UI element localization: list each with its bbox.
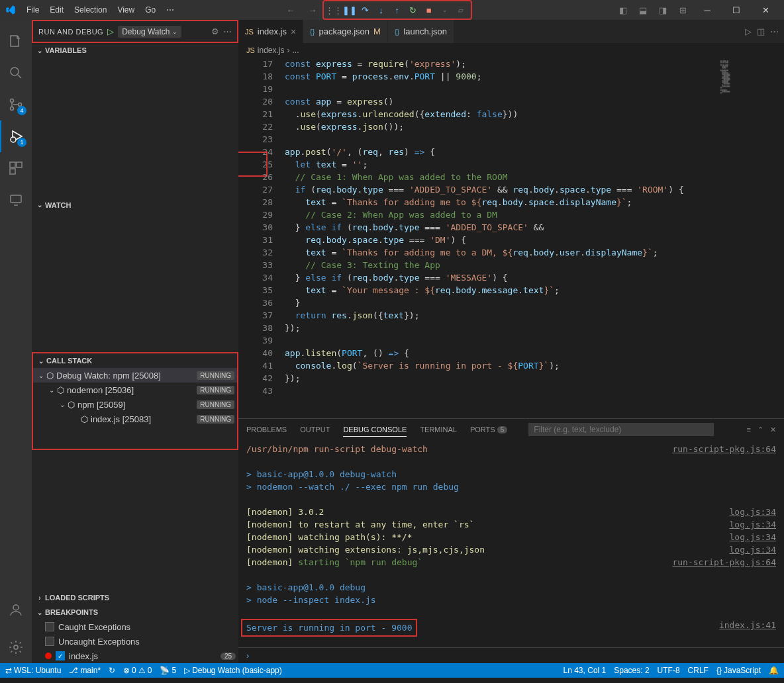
status-branch[interactable]: ⎇main* [69,666,101,675]
window-maximize-icon[interactable]: ☐ [723,0,750,20]
status-lang[interactable]: {} JavaScript [716,666,761,675]
callstack-row[interactable]: ⌄⬡Debug Watch: npm [25008]RUNNING [33,368,237,383]
debug-step-out-icon[interactable]: ↑ [390,3,405,17]
layout-panel-icon[interactable]: ⬓ [634,0,652,20]
tab-problems[interactable]: PROBLEMS [246,423,287,436]
menu-go[interactable]: Go [140,5,161,15]
status-spaces[interactable]: Spaces: 2 [614,666,649,675]
callstack-row[interactable]: ⌄⬡npm [25059]RUNNING [33,397,237,412]
callstack-row[interactable]: ⌄⬡nodemon [25036]RUNNING [33,383,237,397]
tab-launch-json[interactable]: {}launch.json [388,20,454,43]
gear-icon[interactable]: ⚙ [211,26,219,36]
more-icon[interactable]: ⋯ [223,26,232,36]
console-source-link[interactable]: log.js:34 [730,506,776,518]
tab-terminal[interactable]: TERMINAL [420,423,457,436]
svg-rect-9 [11,195,21,203]
debug-restart-icon[interactable]: ↻ [406,3,420,17]
status-errors[interactable]: ⊗0 ⚠0 [123,666,152,675]
bug-icon: ⬡ [57,385,64,395]
layout-customize-icon[interactable]: ⊞ [674,0,691,20]
tab-index-js[interactable]: JSindex.js× [238,20,303,43]
console-input[interactable]: › [238,647,784,663]
json-file-icon: {} [310,28,315,36]
status-remote[interactable]: ⇄WSL: Ubuntu [5,666,61,675]
debug-drag-icon[interactable]: ⋮⋮ [326,3,341,17]
activity-account[interactable] [0,594,32,626]
breakpoint-caught[interactable]: Caught Exceptions [32,619,238,634]
status-badge: RUNNING [197,371,234,380]
activity-scm[interactable]: 4 [0,89,32,120]
activity-bar: 4 1 [0,20,32,663]
close-icon[interactable]: × [291,26,296,37]
line-gutter[interactable]: 1718192021222324252627282930313233343536… [245,58,285,418]
window-minimize-icon[interactable]: ─ [694,0,720,20]
tab-output[interactable]: OUTPUT [300,423,330,436]
menu-file[interactable]: File [21,5,44,15]
console-source-link[interactable]: log.js:34 [730,531,776,543]
status-ports[interactable]: 📡5 [160,666,176,675]
status-notifications-icon[interactable]: 🔔 [769,666,779,675]
menu-edit[interactable]: Edit [44,5,69,15]
console-source-link[interactable]: run-script-pkg.js:64 [672,556,776,569]
checkbox-icon[interactable] [45,622,54,631]
loaded-scripts-section[interactable]: ›LOADED SCRIPTS [32,590,238,605]
panel-close-icon[interactable]: ✕ [770,426,776,434]
status-eol[interactable]: CRLF [688,666,709,675]
run-icon[interactable]: ▷ [745,26,752,36]
panel-settings-icon[interactable]: ≡ [747,426,751,434]
watch-section[interactable]: ⌄WATCH [32,198,238,212]
activity-remote[interactable] [0,184,32,216]
code-content[interactable]: const express = require('express');const… [285,58,718,418]
start-debug-icon[interactable]: ▷ [107,26,114,36]
console-source-link[interactable]: log.js:34 [730,518,776,531]
debug-dropdown-icon[interactable]: ⌄ [438,3,452,17]
layout-primary-icon[interactable]: ◧ [614,0,632,20]
activity-extensions[interactable] [0,152,32,184]
status-sync[interactable]: ↻ [109,666,115,675]
tab-ports[interactable]: PORTS 5 [470,423,507,436]
breakpoint-file[interactable]: ✓index.js25 [32,649,238,663]
breakpoint-uncaught[interactable]: Uncaught Exceptions [32,634,238,649]
debug-step-over-icon[interactable]: ↷ [358,3,373,17]
minimap[interactable]: ██ ████ ████ ██ ██████ ██ ████ ███████ █… [718,58,784,418]
activity-debug[interactable]: 1 [0,120,32,152]
checkbox-icon[interactable]: ✓ [56,651,65,660]
tab-package-json[interactable]: {}package.jsonM [303,20,388,43]
debug-stop-icon[interactable]: ■ [422,3,436,17]
activity-explorer[interactable] [0,25,32,57]
breadcrumb[interactable]: JS index.js › ... [238,43,784,58]
callstack-section[interactable]: ⌄CALL STACK [33,353,237,368]
menu-selection[interactable]: Selection [69,5,112,15]
console-line: [nodemon] watching path(s): **/*log.js:3… [246,531,776,543]
checkbox-icon[interactable] [45,637,54,646]
debug-console-output[interactable]: /usr/bin/npm run-script debug-watchrun-s… [238,440,784,647]
panel-maximize-icon[interactable]: ⌃ [758,426,763,434]
editor-body[interactable]: 1718192021222324252627282930313233343536… [238,58,784,418]
debug-step-into-icon[interactable]: ↓ [374,3,389,17]
tab-debug-console[interactable]: DEBUG CONSOLE [343,423,407,437]
window-close-icon[interactable]: ✕ [752,0,779,20]
layout-secondary-icon[interactable]: ◨ [654,0,671,20]
status-lncol[interactable]: Ln 43, Col 1 [564,666,607,675]
console-source-link[interactable]: run-script-pkg.js:64 [672,443,776,455]
breakpoints-section[interactable]: ⌄BREAKPOINTS [32,605,238,619]
status-encoding[interactable]: UTF-8 [658,666,680,675]
debug-config-dropdown[interactable]: Debug Watch ⌄ [118,26,181,38]
variables-section[interactable]: ⌄VARIABLES [32,43,238,58]
nav-forward-icon[interactable]: → [305,5,321,15]
debug-console-icon[interactable]: ▱ [454,3,468,17]
nav-back-icon[interactable]: ← [283,5,299,15]
status-debug[interactable]: ▷Debug Watch (basic-app) [184,666,282,675]
callstack-row[interactable]: ⬡index.js [25083]RUNNING [33,412,237,426]
console-source-link[interactable]: index.js:41 [719,619,776,637]
more-actions-icon[interactable]: ⋯ [770,26,779,36]
menu-view[interactable]: View [112,5,140,15]
activity-settings[interactable] [0,631,32,663]
console-source-link[interactable]: log.js:34 [730,543,776,556]
debug-pause-icon[interactable]: ❚❚ [342,3,357,17]
split-editor-icon[interactable]: ◫ [757,26,765,36]
menu-overflow[interactable]: ⋯ [161,5,179,15]
console-filter-input[interactable] [528,423,714,436]
console-line: /usr/bin/npm run-script debug-watchrun-s… [246,443,776,455]
activity-search[interactable] [0,57,32,89]
